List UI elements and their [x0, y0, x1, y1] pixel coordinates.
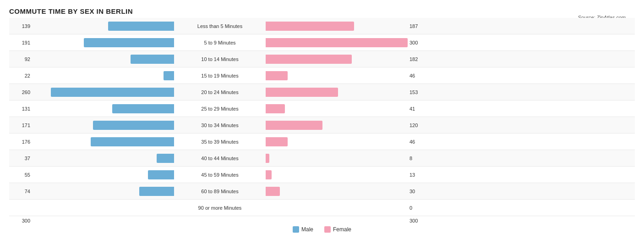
male-bar [148, 170, 174, 179]
male-value: 55 [9, 172, 32, 178]
table-row: 37 40 to 44 Minutes 8 [9, 150, 635, 167]
row-label: 60 to 89 Minutes [174, 189, 266, 194]
female-bar [266, 88, 338, 97]
left-bar-container [32, 22, 174, 31]
left-bar-container [32, 55, 174, 64]
left-bar-container [32, 121, 174, 130]
male-value: 37 [9, 156, 32, 161]
left-bar-container [32, 203, 174, 212]
male-value: 22 [9, 73, 32, 78]
left-bar-container [32, 170, 174, 179]
right-bar-container [266, 71, 408, 80]
female-bar [266, 22, 354, 31]
legend-male-label: Male [301, 226, 313, 233]
female-bar [266, 104, 285, 113]
female-bar [266, 121, 322, 130]
left-bar-container [32, 104, 174, 113]
left-bar-container [32, 154, 174, 163]
male-bar [51, 88, 174, 97]
male-value: 139 [9, 23, 32, 29]
male-bar [91, 137, 174, 146]
table-row: 191 5 to 9 Minutes 300 [9, 34, 635, 51]
male-value: 260 [9, 89, 32, 95]
axis-row: 300 300 [9, 218, 635, 223]
row-label: 40 to 44 Minutes [174, 156, 266, 161]
table-row: 74 60 to 89 Minutes 30 [9, 183, 635, 200]
row-label: 25 to 29 Minutes [174, 106, 266, 112]
female-value: 0 [408, 205, 431, 211]
male-bar [164, 71, 174, 80]
right-bar-container [266, 137, 408, 146]
table-row: 139 Less than 5 Minutes 187 [9, 18, 635, 34]
right-bar-container [266, 104, 408, 113]
female-value: 46 [408, 139, 431, 145]
female-value: 46 [408, 73, 431, 78]
legend-female: Female [324, 226, 351, 233]
left-bar-container [32, 88, 174, 97]
male-value: 191 [9, 40, 32, 45]
legend-female-box [324, 226, 331, 233]
legend-female-label: Female [333, 226, 351, 233]
male-value: 131 [9, 106, 32, 112]
table-row: 176 35 to 39 Minutes 46 [9, 134, 635, 150]
right-bar-container [266, 22, 408, 31]
male-bar [131, 55, 174, 64]
row-label: 90 or more Minutes [174, 205, 266, 211]
female-value: 182 [408, 56, 431, 62]
chart-title: COMMUTE TIME BY SEX IN BERLIN [9, 7, 635, 15]
table-row: 55 45 to 59 Minutes 13 [9, 167, 635, 183]
table-row: 260 20 to 24 Minutes 153 [9, 84, 635, 100]
row-label: 30 to 34 Minutes [174, 123, 266, 128]
female-value: 187 [408, 23, 431, 29]
table-row: 131 25 to 29 Minutes 41 [9, 100, 635, 117]
male-value: 74 [9, 189, 32, 194]
right-bar-container [266, 121, 408, 130]
female-bar [266, 38, 408, 47]
female-value: 41 [408, 106, 431, 112]
table-row: 90 or more Minutes 0 [9, 200, 635, 216]
row-label: 35 to 39 Minutes [174, 139, 266, 145]
row-label: 20 to 24 Minutes [174, 89, 266, 95]
male-bar [108, 22, 174, 31]
female-bar [266, 137, 288, 146]
row-label: 45 to 59 Minutes [174, 172, 266, 178]
female-value: 153 [408, 89, 431, 95]
table-row: 171 30 to 34 Minutes 120 [9, 117, 635, 134]
chart-area: 139 Less than 5 Minutes 187 191 5 to 9 M… [9, 18, 635, 233]
row-label: 15 to 19 Minutes [174, 73, 266, 78]
right-bar-container [266, 38, 408, 47]
female-bar [266, 170, 272, 179]
male-bar [84, 38, 174, 47]
male-value: 171 [9, 123, 32, 128]
table-row: 22 15 to 19 Minutes 46 [9, 67, 635, 84]
axis-right-value: 300 [408, 218, 431, 223]
table-row: 92 10 to 14 Minutes 182 [9, 51, 635, 67]
male-value: 176 [9, 139, 32, 145]
right-bar-container [266, 55, 408, 64]
female-bar [266, 154, 269, 163]
row-label: 10 to 14 Minutes [174, 56, 266, 62]
right-bar-container [266, 203, 408, 212]
female-value: 13 [408, 172, 431, 178]
row-label: 5 to 9 Minutes [174, 40, 266, 45]
female-bar [266, 71, 288, 80]
legend: Male Female [9, 226, 635, 233]
right-bar-container [266, 88, 408, 97]
left-bar-container [32, 71, 174, 80]
left-bar-container [32, 38, 174, 47]
female-value: 8 [408, 156, 431, 161]
legend-male-box [293, 226, 299, 233]
female-bar [266, 55, 352, 64]
female-value: 300 [408, 40, 431, 45]
male-bar [139, 187, 174, 196]
male-bar [112, 104, 174, 113]
female-value: 120 [408, 123, 431, 128]
male-value: 92 [9, 56, 32, 62]
male-bar [157, 154, 174, 163]
male-bar [93, 121, 174, 130]
legend-male: Male [293, 226, 313, 233]
female-value: 30 [408, 189, 431, 194]
female-bar [266, 187, 280, 196]
right-bar-container [266, 154, 408, 163]
axis-left-value: 300 [9, 218, 32, 223]
